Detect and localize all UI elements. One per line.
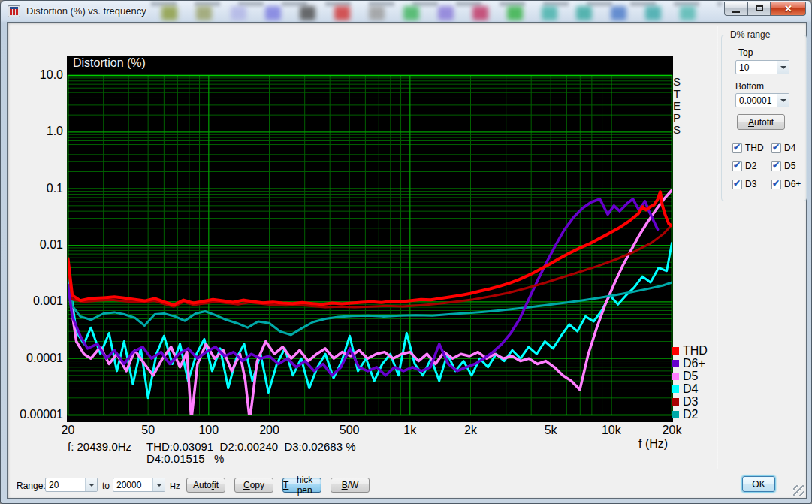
y-tick-label: 0.01 — [8, 238, 63, 252]
range-label: Range: — [17, 481, 46, 491]
x-tick-label: 200 — [247, 424, 292, 437]
x-tick-label: 2k — [448, 424, 494, 437]
x-axis-title: f (Hz) — [638, 437, 668, 451]
legend-swatch — [672, 385, 679, 393]
top-label: Top — [738, 47, 753, 58]
legend-label: D3 — [683, 395, 698, 409]
y-tick-label: 0.1 — [8, 182, 63, 195]
b-w-button[interactable]: B/W — [331, 478, 370, 493]
checkmark-icon: ✔ — [772, 142, 780, 152]
x-tick-label: 20 — [46, 424, 91, 437]
series-d4 — [68, 243, 672, 397]
x-tick-label: 50 — [125, 424, 171, 437]
range-to-combobox[interactable]: 20000 — [113, 478, 165, 492]
legend-item: THD — [672, 344, 708, 357]
window-title: Distortion (%) vs. frequency — [26, 5, 146, 17]
x-tick-label: 1k — [388, 424, 433, 437]
checkbox-d5[interactable]: ✔ — [771, 161, 781, 171]
series-checkbox-item: ✔D4 — [771, 143, 810, 153]
d-range-panel: D% range Top 10 Bottom 0.00001 Autofit ✔… — [721, 35, 807, 201]
series-checkboxes: ✔THD✔D4✔D2✔D5✔D3✔D6+ — [732, 139, 810, 193]
copy-button[interactable]: Copy — [234, 478, 273, 493]
blurred-toolbar-icon — [196, 6, 212, 20]
legend-item: D5 — [672, 370, 708, 382]
y-tick-label: 10.0 — [8, 68, 63, 82]
blurred-toolbar-icon — [300, 6, 315, 20]
checkmark-icon: ✔ — [733, 160, 741, 171]
blurred-toolbar-icon — [161, 6, 177, 20]
resize-grip[interactable] — [793, 485, 804, 496]
thick-pen-button[interactable]: Thick pen — [282, 478, 321, 493]
titlebar[interactable]: Distortion (%) vs. frequency ✕ — [1, 1, 811, 22]
checkbox-d2[interactable]: ✔ — [732, 161, 742, 171]
y-tick-label: 0.001 — [8, 294, 63, 308]
bottom-range-combobox[interactable]: 0.00001 — [735, 93, 789, 107]
minimize-icon — [732, 11, 740, 13]
blurred-toolbar-icon — [472, 6, 488, 20]
minimize-button[interactable] — [724, 2, 747, 16]
maximize-button[interactable] — [747, 2, 771, 16]
cursor-values-readout: THD:0.03091 D2:0.00240 D3:0.02683 % — [146, 440, 356, 453]
legend-swatch — [672, 373, 679, 380]
legend-swatch — [672, 411, 679, 418]
panel-autofit-button[interactable]: Autofit — [737, 114, 785, 130]
range-from-combobox[interactable]: 20 — [45, 478, 98, 492]
chevron-down-icon[interactable] — [777, 61, 789, 74]
series-d3 — [68, 225, 672, 307]
blurred-toolbar-icon — [611, 6, 626, 20]
checkbox-d4[interactable]: ✔ — [771, 143, 781, 153]
chevron-down-icon[interactable] — [777, 94, 789, 107]
series-d6plus — [68, 199, 658, 376]
hz-unit-label: Hz — [170, 481, 180, 490]
d-range-panel-title: D% range — [728, 29, 772, 40]
y-tick-label: 0.00001 — [8, 408, 63, 421]
close-button[interactable]: ✕ — [771, 2, 806, 16]
autofit-button[interactable]: Autofit — [186, 478, 225, 493]
x-tick-label: 10k — [589, 424, 634, 437]
legend-label: D5 — [683, 370, 698, 383]
maximize-icon — [756, 5, 763, 11]
y-tick-label: 0.0001 — [8, 352, 63, 365]
chevron-down-icon[interactable] — [152, 478, 165, 491]
checkbox-label: THD — [745, 143, 764, 153]
legend-label: D4 — [683, 382, 698, 396]
series-checkbox-item: ✔D3 — [732, 179, 771, 189]
blurred-toolbar-icon — [542, 6, 557, 20]
steps-watermark-letter: E — [672, 99, 682, 112]
y-tick-label: 1.0 — [8, 125, 63, 138]
legend-item: D2 — [672, 408, 708, 421]
checkbox-d3[interactable]: ✔ — [732, 180, 742, 189]
checkmark-icon: ✔ — [733, 142, 741, 152]
checkbox-d6plus[interactable]: ✔ — [771, 180, 781, 189]
blurred-toolbar-icon — [334, 6, 350, 20]
dialog-client-area: Distortion (%) 10.01.00.10.010.0010.0001… — [7, 22, 807, 499]
steps-watermark-letter: T — [672, 87, 682, 100]
series-checkbox-item: ✔D5 — [771, 161, 810, 171]
close-icon: ✕ — [784, 3, 792, 14]
series-checkbox-item: ✔D6+ — [771, 179, 810, 189]
blurred-toolbar-icon — [645, 6, 661, 20]
x-tick-label: 5k — [528, 424, 573, 437]
blurred-toolbar-icon — [438, 6, 454, 20]
legend-swatch — [672, 360, 679, 367]
titlebar-background-icons — [161, 6, 732, 21]
blurred-toolbar-icon — [507, 6, 523, 20]
checkbox-thd[interactable]: ✔ — [732, 143, 742, 153]
legend-label: THD — [683, 344, 708, 358]
checkbox-label: D4 — [784, 143, 795, 153]
steps-watermark-letter: S — [672, 75, 682, 88]
checkmark-icon: ✔ — [772, 178, 780, 189]
top-range-combobox[interactable]: 10 — [735, 60, 789, 74]
blurred-toolbar-icon — [369, 6, 385, 20]
steps-app-icon — [8, 5, 20, 17]
blurred-toolbar-icon — [265, 6, 281, 20]
ok-button[interactable]: OK — [742, 476, 775, 492]
legend-label: D2 — [683, 408, 698, 421]
plot-area[interactable] — [67, 56, 673, 422]
blurred-toolbar-icon — [403, 6, 419, 20]
chevron-down-icon[interactable] — [85, 478, 97, 491]
bottom-label: Bottom — [735, 81, 764, 92]
legend-item: D6+ — [672, 357, 708, 370]
blurred-toolbar-icon — [576, 6, 592, 20]
x-tick-label: 500 — [327, 424, 372, 437]
